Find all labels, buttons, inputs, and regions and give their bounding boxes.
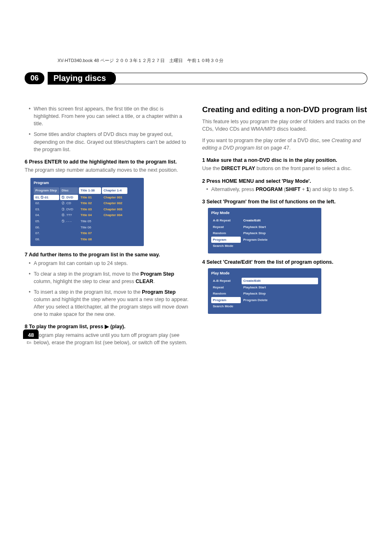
menu-item: Search Mode: [211, 243, 241, 249]
title-bar-tail: [110, 73, 367, 84]
program-table-ui: Program Program Step 01. ➀-01 02. 03. 04…: [30, 178, 144, 246]
cell: Title 05: [79, 219, 101, 224]
chapter-number-badge: 06: [25, 72, 44, 84]
step-3-heading: 3 Select 'Program' from the list of func…: [202, 198, 367, 205]
menu-item: A-B Repeat: [211, 278, 241, 284]
step-4-heading: 4 Select 'Create/Edit' from the list of …: [202, 258, 367, 266]
bullet: Alternatively, press PROGRAM (SHIFT + 1)…: [206, 186, 367, 193]
step-8-heading: 8 To play the program list, press ▶ (pla…: [25, 323, 190, 330]
cell: ➃. ???: [60, 212, 78, 218]
cell: Title 04: [79, 212, 101, 218]
cell: Title 02: [79, 200, 101, 206]
menu-item: Random: [211, 230, 241, 237]
cell: Title 01: [79, 195, 101, 200]
step-7-bullets: A program list can contain up to 24 step…: [29, 260, 190, 318]
step-1-heading: 1 Make sure that a non-DVD disc is in th…: [202, 157, 367, 164]
left-column: When this screen first appears, the firs…: [25, 105, 190, 350]
ui-title: Program: [34, 180, 141, 186]
content-columns: When this screen first appears, the firs…: [25, 105, 367, 350]
cell: Title 06: [79, 225, 101, 230]
bullet: To insert a step in the program list, mo…: [29, 288, 190, 318]
step-8-bullets: Program play remains active until you tu…: [29, 332, 190, 346]
bullet: Program play remains active until you tu…: [29, 332, 190, 346]
cell: Chapter 002: [102, 200, 127, 206]
step-6-heading: 6 Press ENTER to add the highlighted ite…: [25, 158, 190, 166]
cell: ➂. DVD: [60, 207, 78, 212]
option: Create/Edit: [242, 217, 318, 224]
step-7-heading: 7 Add further items to the program list …: [25, 251, 190, 258]
page: XV-HTD340.book 48 ページ ２００３年１２月２７日 土曜日 午前…: [0, 0, 392, 375]
cell: 07.: [34, 230, 59, 236]
menu-item-selected: Program: [211, 237, 241, 243]
page-number-badge: 48: [23, 329, 39, 339]
play-mode-ui-1: Play Mode A-B Repeat Repeat Random Progr…: [208, 208, 321, 253]
ui-title: Play Mode: [211, 210, 318, 216]
cell: ➄. - - -: [60, 219, 78, 224]
chapter-title: Playing discs: [48, 72, 116, 85]
col-header: Disc: [60, 187, 78, 194]
right-column: Creating and editing a non-DVD program l…: [202, 105, 367, 350]
ui-title: Play Mode: [211, 271, 318, 276]
cell: 03.: [34, 207, 59, 212]
cell: ➁. CD: [60, 200, 78, 206]
menu-item: Search Mode: [211, 303, 241, 310]
cell: Chapter 004: [102, 212, 127, 218]
option: Playback Start: [242, 224, 318, 230]
cell: 01. ➀-01: [34, 195, 59, 200]
option: Playback Stop: [242, 290, 318, 297]
menu-item-selected: Program: [211, 297, 241, 304]
bullet: A program list can contain up to 24 step…: [29, 260, 190, 267]
cell: Chapter 003: [102, 207, 127, 212]
menu-item: Repeat: [211, 284, 241, 291]
intro-text: This feature lets you program the play o…: [202, 118, 367, 133]
page-lang: En: [27, 341, 31, 345]
intro-text-2: If you want to program the play order of…: [202, 137, 367, 152]
cell: 06.: [34, 225, 59, 230]
book-header: XV-HTD340.book 48 ページ ２００３年１２月２７日 土曜日 午前…: [58, 58, 367, 64]
menu-item: A-B Repeat: [211, 217, 241, 224]
cell: 05.: [34, 219, 59, 224]
menu-item: Repeat: [211, 224, 241, 230]
cell: 04.: [34, 212, 59, 218]
cell: Title 07: [79, 230, 101, 236]
option-selected: Create/Edit: [242, 278, 318, 284]
menu-item: Random: [211, 290, 241, 297]
bullet: Some titles and/or chapters of DVD discs…: [29, 131, 190, 153]
play-mode-ui-2: Play Mode A-B Repeat Repeat Random Progr…: [208, 268, 321, 314]
step-2-bullets: Alternatively, press PROGRAM (SHIFT + 1)…: [206, 186, 367, 193]
cell: 02.: [34, 200, 59, 206]
bullet: When this screen first appears, the firs…: [29, 105, 190, 127]
step-6-text: The program step number automatically mo…: [25, 166, 190, 174]
option: Playback Stop: [242, 230, 318, 237]
section-heading: Creating and editing a non-DVD program l…: [202, 105, 367, 115]
option: Playback Start: [242, 284, 318, 291]
col-header: Chapter 1-4: [102, 187, 127, 194]
intro-bullets: When this screen first appears, the firs…: [29, 105, 190, 153]
program-table: Program Step 01. ➀-01 02. 03. 04. 05. 06…: [34, 187, 141, 242]
cell: Title 03: [79, 207, 101, 212]
col-header: Title 1-38: [79, 187, 101, 194]
cell: ➀. DVD: [60, 195, 78, 200]
cell: Chapter 001: [102, 195, 127, 200]
chapter-title-bar: 06 Playing discs: [25, 72, 367, 85]
option: Program Delete: [242, 297, 318, 304]
cell: Title 08: [79, 237, 101, 242]
step-1-text: Use the DIRECT PLAY buttons on the front…: [202, 165, 367, 172]
bullet: To clear a step in the program list, mov…: [29, 270, 190, 285]
cell: 08.: [34, 237, 59, 242]
col-header: Program Step: [34, 187, 59, 194]
option: Program Delete: [242, 237, 318, 243]
step-2-heading: 2 Press HOME MENU and select 'Play Mode'…: [202, 177, 367, 185]
